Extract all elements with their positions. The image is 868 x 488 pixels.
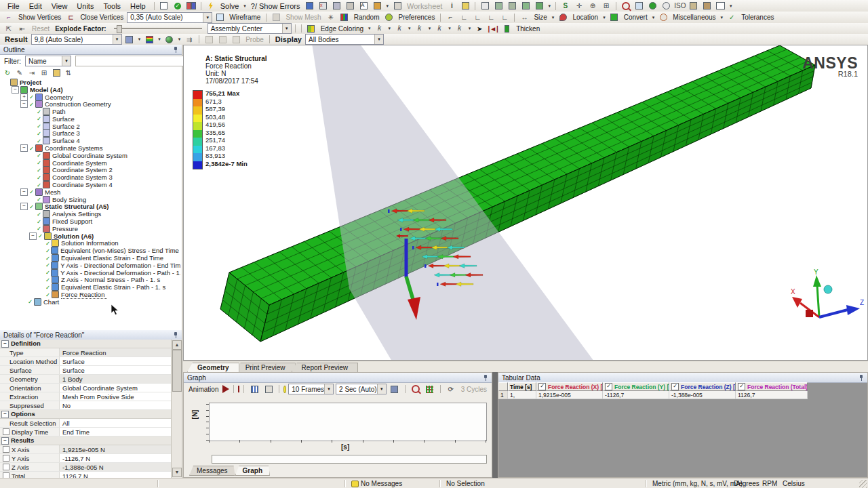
status-units[interactable]: Metric (mm, kg, N, s, mV, mA) <box>652 480 743 487</box>
tree-item[interactable]: ✓Y Axis - Directional Deformation - Path… <box>0 269 180 277</box>
status-rpm[interactable]: RPM <box>762 480 777 487</box>
tree-item-label[interactable]: Coordinate System 4 <box>52 181 115 188</box>
tree-item[interactable]: −✓Static Structural (A5) <box>0 203 180 211</box>
vector-display-icon[interactable]: ⇉ <box>183 34 195 45</box>
tabular-column-header[interactable]: Force Reaction (X) [N] <box>536 382 603 391</box>
tree-item-label[interactable]: Force Reaction <box>61 291 107 299</box>
vertex-scale-combo[interactable]: 0,35 (Auto Scale) <box>127 12 212 23</box>
collapse-icon[interactable]: − <box>20 188 28 196</box>
tree-item[interactable]: ✓Body Sizing <box>0 196 180 203</box>
tree-item-label[interactable]: Construction Geometry <box>45 100 114 108</box>
tree-item[interactable]: ✓Coordinate System 3 <box>0 174 180 181</box>
zoom-in-icon[interactable]: ⊕ <box>587 1 599 12</box>
tabular-cell[interactable]: 1,9215e-005 <box>536 391 603 399</box>
explode-slider-thumb[interactable] <box>117 25 122 33</box>
filter-edit-icon[interactable]: ✎ <box>14 68 26 79</box>
chart-checkbox[interactable] <box>3 472 9 478</box>
distributed-plot-icon[interactable] <box>248 384 260 394</box>
viewport-layout-caret-icon[interactable] <box>728 3 734 9</box>
tree-item[interactable]: ✓Surface <box>0 115 180 123</box>
tree-item-label[interactable]: Global Coordinate System <box>52 152 130 159</box>
edge-midside-icon[interactable]: ∟ <box>471 12 484 23</box>
time-slider[interactable] <box>212 455 487 464</box>
expand-icon[interactable]: + <box>20 94 28 101</box>
row-number-cell[interactable]: 1 <box>498 391 508 399</box>
tree-item[interactable]: −Model (A4) <box>0 86 180 94</box>
tree-item-label[interactable]: Coordinate System <box>52 159 110 167</box>
details-row-value[interactable]: Surface <box>60 357 171 365</box>
tree-item-label[interactable]: Solution (A6) <box>54 232 96 240</box>
tree-item-label[interactable]: Coordinate Systems <box>45 144 106 152</box>
notebook-icon[interactable] <box>304 1 316 12</box>
tree-item[interactable]: ✓Surface 3 <box>0 130 180 138</box>
tabular-cell[interactable]: 1, <box>508 391 536 399</box>
result-scale-combo[interactable]: 9,8 (Auto Scale) <box>31 34 122 45</box>
iso-view-icon[interactable]: ISO <box>674 1 686 12</box>
tab-report-preview[interactable]: Report Preview <box>292 363 358 372</box>
sort-az-icon[interactable]: ⇅ <box>62 68 75 79</box>
details-row-value[interactable]: 1,9215e-005 N <box>60 445 171 453</box>
tree-item[interactable]: +✓Geometry <box>0 94 180 101</box>
tree-item[interactable]: ✓Chart <box>0 298 180 306</box>
filter-input[interactable] <box>75 56 186 66</box>
frames-combo[interactable]: 10 Frames <box>288 384 334 394</box>
annotation-a-icon[interactable]: A <box>358 1 370 12</box>
tree-item-label[interactable]: Solution Information <box>61 239 121 247</box>
chart-checkbox[interactable] <box>3 428 9 435</box>
zoom-box-icon[interactable]: ⊞ <box>600 1 612 12</box>
details-row-value[interactable]: End Time <box>60 428 171 436</box>
tree-item[interactable]: −✓Solution (A6) <box>0 232 180 240</box>
collapse-icon[interactable]: − <box>1 340 9 348</box>
collapse-icon[interactable]: − <box>20 144 28 152</box>
messages-icon[interactable] <box>351 481 359 487</box>
geometry-display-icon[interactable] <box>123 34 136 45</box>
black-arrow-icon[interactable]: ➤ <box>473 23 486 34</box>
tree-item-label[interactable]: Geometry <box>45 94 76 101</box>
magnify-icon[interactable] <box>660 1 673 12</box>
tree-item-label[interactable]: Project <box>20 79 44 86</box>
column-checkbox[interactable] <box>738 383 745 390</box>
figure-caret-icon[interactable] <box>385 3 391 9</box>
viewport-layout-icon[interactable] <box>715 1 727 12</box>
size-menu[interactable]: Size <box>532 14 549 21</box>
tree-item[interactable]: ✓Y Axis - Directional Deformation - End … <box>0 262 180 269</box>
select-mode-icon[interactable] <box>479 1 491 12</box>
edge-type-1-icon[interactable]: 𝑘 <box>374 23 386 34</box>
tree-item[interactable]: ✓Coordinate System 4 <box>0 181 180 188</box>
tree-item-label[interactable]: Pressure <box>52 225 81 232</box>
pin-icon[interactable] <box>858 374 864 382</box>
tree-item[interactable]: ✓Surface 4 <box>0 137 180 144</box>
tabular-column-header[interactable]: Force Reaction (Z) [N] <box>669 382 736 391</box>
magnify-green-icon[interactable] <box>647 1 659 12</box>
filter-tree-icon[interactable] <box>344 1 357 12</box>
details-row-value[interactable]: Surface <box>60 366 171 374</box>
tabular-header[interactable]: Tabular Data <box>498 373 867 383</box>
edge-vertex-icon[interactable]: ∟ <box>458 12 470 23</box>
resize-grip[interactable] <box>859 480 867 488</box>
assembly-center-combo[interactable]: Assembly Center <box>208 23 292 34</box>
triad[interactable]: XYZ <box>791 268 864 317</box>
result-sets-icon[interactable] <box>424 384 436 394</box>
ix-icon[interactable]: x <box>317 1 330 12</box>
edge-direction-icon[interactable]: ⌐ <box>444 12 456 23</box>
tree-item-label[interactable]: Y Axis - Directional Deformation - End T… <box>60 262 180 269</box>
tree-item[interactable]: ✓Equivalent Elastic Strain - Path - 1. s <box>0 283 180 291</box>
graph-plot-area[interactable] <box>209 403 487 441</box>
tree-item[interactable]: ✓Coordinate System <box>0 159 180 167</box>
menu-edit[interactable]: Edit <box>24 1 47 11</box>
solve-button[interactable]: Solve <box>218 2 241 10</box>
graph-header[interactable]: Graph <box>184 373 492 383</box>
pin-icon[interactable] <box>172 46 178 54</box>
details-row-value[interactable]: 1126,7 N <box>60 472 171 478</box>
tree-item[interactable]: ✓Equivalent Elastic Strain - End Time <box>0 254 180 262</box>
tab-graph[interactable]: Graph <box>235 466 270 476</box>
location-menu[interactable]: Location <box>570 14 600 21</box>
tab-print-preview[interactable]: Print Preview <box>235 363 296 372</box>
menu-view[interactable]: View <box>47 1 73 11</box>
details-row-value[interactable]: Force Reaction <box>60 348 171 357</box>
stop-button[interactable] <box>238 386 239 392</box>
scroll-down-icon[interactable]: ▼ <box>172 468 182 477</box>
info-cursor-icon[interactable]: i <box>446 1 458 12</box>
zoom-window-icon[interactable] <box>633 1 646 12</box>
details-category[interactable]: −Options <box>0 410 171 419</box>
